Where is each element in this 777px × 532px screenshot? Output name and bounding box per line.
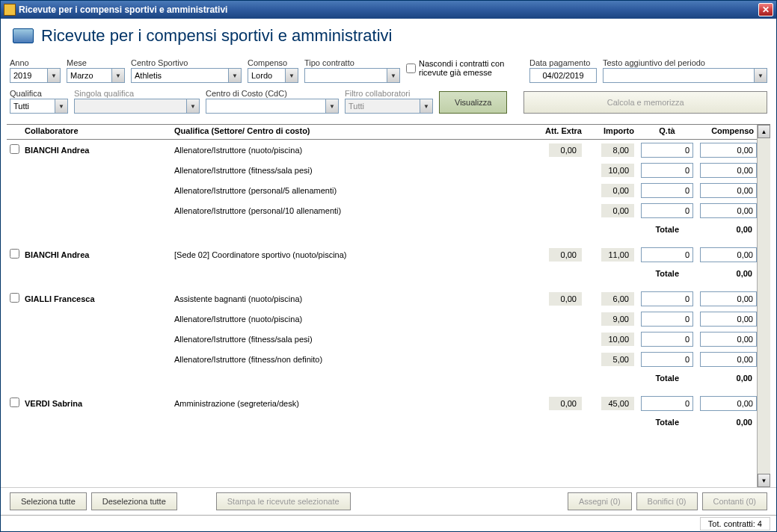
data-pagamento-field: Data pagamento (529, 58, 597, 83)
chevron-down-icon[interactable]: ▼ (325, 99, 339, 114)
qta-input[interactable] (641, 291, 693, 306)
collaboratore-name (22, 189, 171, 192)
bonifici-button[interactable]: Bonifici (0) (636, 492, 698, 510)
chevron-down-icon[interactable]: ▼ (55, 99, 68, 114)
extra-value: 0,00 (532, 395, 585, 412)
collaboratore-name (22, 169, 171, 172)
chevron-down-icon[interactable]: ▼ (47, 68, 61, 83)
qualifica-text: Allenatore/Istruttore (nuoto/piscina) (171, 144, 532, 156)
totale-value: 0,00 (697, 269, 757, 278)
contanti-button[interactable]: Contanti (0) (702, 492, 767, 510)
cdc-input[interactable] (206, 99, 325, 114)
row-checkbox[interactable] (10, 249, 19, 259)
nascondi-checkbox[interactable] (406, 64, 416, 73)
compenso-input[interactable] (700, 312, 757, 327)
extra-value (532, 189, 585, 192)
singola-qualifica-input (74, 99, 186, 114)
row-checkbox[interactable] (10, 398, 19, 407)
qualifica-field: Qualifica ▼ (10, 89, 68, 114)
collaboratore-name: VERDI Sabrina (22, 398, 171, 409)
calcola-button[interactable]: Calcola e memorizza (523, 91, 767, 114)
testo-aggiuntivo-input[interactable] (603, 68, 754, 83)
qualifica-label: Qualifica (10, 89, 68, 98)
qta-input[interactable] (641, 332, 693, 347)
compenso-input[interactable] (700, 143, 757, 158)
tipo-label: Tipo contratto (304, 58, 400, 67)
filtro-collab-field: Filtro collaboratori ▼ (345, 89, 433, 114)
table-row: BIANCHI AndreaAllenatore/Istruttore (nuo… (7, 140, 757, 160)
totale-row: Totale0,00 (7, 413, 757, 431)
filter-row-2: Qualifica ▼ Singola qualifica ▼ Centro d… (1, 86, 776, 121)
compenso-field: Compenso ▼ (248, 58, 298, 83)
filtro-collab-label: Filtro collaboratori (345, 89, 433, 98)
compenso-input[interactable] (700, 203, 757, 218)
qta-input[interactable] (641, 312, 693, 327)
collaboratore-name (22, 358, 171, 361)
totale-value: 0,00 (697, 225, 757, 234)
qualifica-text: [Sede 02] Coordinatore sportivo (nuoto/p… (171, 249, 532, 261)
compenso-input[interactable] (700, 291, 757, 306)
mese-field: Mese ▼ (67, 58, 125, 83)
chevron-down-icon[interactable]: ▼ (387, 68, 400, 83)
cdc-field: Centro di Costo (CdC) ▼ (206, 89, 339, 114)
centro-input[interactable] (131, 68, 228, 83)
compenso-input[interactable] (700, 396, 757, 411)
table-row: VERDI SabrinaAmministrazione (segreteria… (7, 393, 757, 413)
importo-value: 8,00 (585, 142, 637, 158)
compenso-input[interactable] (700, 247, 757, 262)
chevron-down-icon[interactable]: ▼ (754, 68, 767, 83)
compenso-input[interactable] (700, 183, 757, 198)
col-qualifica: Qualifica (Settore/ Centro di costo) (171, 125, 532, 139)
stampa-button[interactable]: Stampa le ricevute selezionate (216, 492, 351, 510)
visualizza-button[interactable]: Visualizza (439, 91, 507, 114)
seleziona-tutte-button[interactable]: Seleziona tutte (10, 492, 87, 510)
table-header: Collaboratore Qualifica (Settore/ Centro… (7, 125, 757, 140)
qualifica-input[interactable] (10, 99, 55, 114)
importo-value: 0,00 (585, 202, 637, 219)
assegni-button[interactable]: Assegni (0) (568, 492, 632, 510)
scroll-up-icon[interactable]: ▲ (758, 125, 770, 138)
qualifica-text: Allenatore/Istruttore (fitness/sala pesi… (171, 333, 532, 345)
qta-input[interactable] (641, 247, 693, 262)
compenso-input[interactable] (248, 68, 285, 83)
chevron-down-icon[interactable]: ▼ (285, 68, 298, 83)
qta-input[interactable] (641, 352, 693, 367)
totale-label: Totale (655, 225, 697, 234)
collaboratore-name: BIANCHI Andrea (22, 144, 171, 156)
data-pagamento-input[interactable] (529, 68, 597, 83)
anno-input[interactable] (10, 68, 47, 83)
totale-label: Totale (655, 374, 697, 383)
qta-input[interactable] (641, 203, 693, 218)
title-bar: Ricevute per i compensi sportivi e ammin… (1, 1, 776, 19)
row-checkbox[interactable] (10, 293, 19, 303)
page-header: Ricevute per i compensi sportivi e ammin… (1, 19, 776, 50)
qta-input[interactable] (641, 163, 693, 178)
tipo-input[interactable] (304, 68, 387, 83)
qta-input[interactable] (641, 183, 693, 198)
close-button[interactable]: ✕ (758, 3, 773, 16)
collaboratore-name: BIANCHI Andrea (22, 249, 171, 261)
scroll-down-icon[interactable]: ▼ (758, 474, 770, 487)
mese-input[interactable] (67, 68, 111, 83)
qualifica-text: Allenatore/Istruttore (personal/10 allen… (171, 205, 532, 217)
compenso-label: Compenso (248, 58, 298, 67)
extra-value (532, 169, 585, 172)
vertical-scrollbar[interactable]: ▲ ▼ (757, 125, 770, 487)
compenso-input[interactable] (700, 352, 757, 367)
extra-value (532, 338, 585, 341)
scroll-track[interactable] (758, 138, 770, 474)
row-checkbox[interactable] (10, 144, 19, 154)
compenso-input[interactable] (700, 332, 757, 347)
extra-value (532, 209, 585, 212)
chevron-down-icon[interactable]: ▼ (111, 68, 125, 83)
compenso-input[interactable] (700, 163, 757, 178)
qta-input[interactable] (641, 396, 693, 411)
chevron-down-icon[interactable]: ▼ (228, 68, 242, 83)
window-title: Ricevute per i compensi sportivi e ammin… (19, 4, 227, 15)
col-qta: Q.tà (637, 125, 697, 139)
totale-label: Totale (655, 418, 697, 427)
col-importo: Importo (585, 125, 637, 139)
deseleziona-tutte-button[interactable]: Deseleziona tutte (91, 492, 177, 510)
importo-value: 10,00 (585, 162, 637, 179)
qta-input[interactable] (641, 143, 693, 158)
